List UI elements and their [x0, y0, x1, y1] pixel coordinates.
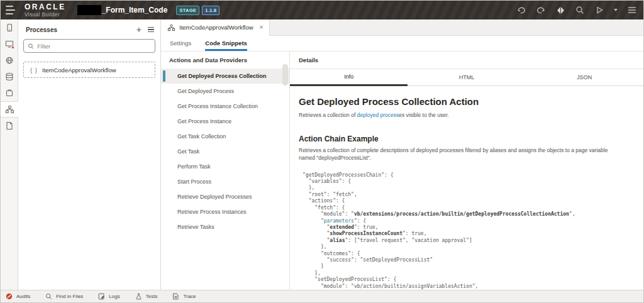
mobile-apps-icon[interactable]	[1, 19, 18, 36]
document-tabstrip: ItemCodeApprovalWorkflow ×	[161, 19, 643, 36]
action-intro: Retrieves a collection of deployed proce…	[299, 112, 635, 119]
code-line: "showProcessInstanceCount": true,	[303, 231, 635, 237]
top-header-bar: ORACLE Visual Builder _Form_Item_Code ST…	[1, 1, 643, 19]
find-in-files-label: Find in Files	[56, 294, 83, 299]
code-line: "extended": true,	[303, 224, 635, 231]
tab-json[interactable]: JSON	[526, 69, 643, 86]
action-item[interactable]: Get Process Instance Collection	[161, 99, 289, 114]
audits-label: Audits	[16, 294, 30, 299]
tab-settings[interactable]: Settings	[170, 36, 191, 51]
web-apps-icon[interactable]	[1, 36, 18, 52]
code-line: }	[303, 263, 635, 270]
run-menu-caret-icon[interactable]	[614, 9, 618, 11]
overflow-menu-icon[interactable]	[627, 5, 637, 15]
find-in-files-button[interactable]: Find in Files	[45, 293, 83, 300]
app-title: _Form_Item_Code	[102, 6, 168, 14]
action-item[interactable]: Perform Task	[161, 159, 289, 174]
logs-icon	[98, 293, 105, 300]
action-item[interactable]: Get Task Collection	[161, 129, 289, 144]
example-heading: Action Chain Example	[299, 135, 635, 143]
details-tabs: Info HTML JSON	[290, 69, 643, 86]
deployed-process-link[interactable]: deployed process	[357, 112, 399, 118]
details-title: Details	[290, 52, 643, 69]
tab-label: ItemCodeApprovalWorkflow	[179, 24, 253, 31]
action-item[interactable]: Retrieve Deployed Processes	[161, 189, 289, 204]
version-badge: 1.1.8	[202, 6, 219, 15]
actions-panel-title: Actions and Data Providers	[161, 57, 289, 69]
stage-badge: STAGE	[176, 6, 199, 15]
search-icon	[45, 293, 52, 300]
actions-panel: Actions and Data Providers Get Deployed …	[161, 52, 290, 290]
logs-button[interactable]: Logs	[98, 293, 119, 300]
intro-text-after: es visible to the user.	[399, 112, 448, 118]
add-process-button[interactable]: +	[136, 25, 142, 34]
code-line: "setDeployedProcessList": {	[303, 277, 635, 283]
processes-panel: Processes + { } ItemCodeApprovalWorkflow	[18, 19, 161, 290]
services-icon[interactable]	[1, 52, 18, 69]
header-actions	[516, 5, 637, 15]
code-line: "actions": {	[303, 198, 635, 204]
components-icon[interactable]	[1, 85, 18, 101]
trace-icon	[172, 293, 179, 300]
audits-button[interactable]: Audits	[6, 293, 30, 300]
web-apps-alert-dot	[11, 46, 14, 49]
undo-icon[interactable]	[516, 5, 526, 15]
hamburger-menu-icon[interactable]	[6, 6, 17, 14]
redacted-app-name	[77, 5, 101, 15]
source-view-icon[interactable]	[1, 118, 18, 134]
left-icon-rail	[1, 19, 18, 290]
actions-scrollbar[interactable]	[282, 64, 288, 85]
brand-name: ORACLE	[25, 3, 66, 11]
oracle-logo: ORACLE Visual Builder	[25, 3, 66, 18]
tab-info[interactable]: Info	[290, 69, 408, 86]
tab-code-snippets[interactable]: Code Snippets	[205, 36, 247, 51]
details-content[interactable]: Get Deployed Process Collection Action R…	[290, 86, 643, 290]
code-line: "module": "vb/extensions/process/action/…	[303, 211, 635, 218]
filter-search-icon	[28, 43, 34, 50]
filter-field[interactable]	[23, 39, 155, 53]
trace-button[interactable]: Trace	[172, 293, 196, 300]
action-item[interactable]: Start Process	[161, 174, 289, 189]
action-item[interactable]: Get Process Instance	[161, 114, 289, 129]
action-item[interactable]: Get Deployed Process Collection	[161, 69, 289, 84]
action-item[interactable]: Get Deployed Process	[161, 84, 289, 99]
intro-text: Retrieves a collection of	[299, 112, 357, 118]
action-item[interactable]: Retrieve Process Instances	[161, 204, 289, 219]
braces-icon: { }	[30, 67, 38, 74]
tab-html[interactable]: HTML	[408, 69, 525, 86]
code-line: "outcomes": {	[303, 251, 635, 257]
action-item[interactable]: Retrieve Tasks	[161, 219, 289, 234]
action-item[interactable]: Get Task	[161, 144, 289, 159]
code-line: "alias": ["travel request", "vacation ap…	[303, 238, 635, 244]
tab-itemcodeapprovalworkflow[interactable]: ItemCodeApprovalWorkflow ×	[161, 19, 270, 36]
code-line: "variables": {	[303, 179, 635, 185]
panel-menu-button[interactable]	[148, 27, 154, 33]
tests-label: Tests	[146, 294, 158, 299]
tests-flask-icon	[135, 293, 142, 300]
editor-subtabs: Settings Code Snippets	[161, 36, 643, 52]
process-list-item[interactable]: { } ItemCodeApprovalWorkflow	[23, 62, 155, 78]
run-play-icon[interactable]	[594, 5, 604, 15]
details-panel: Details Info HTML JSON Get Deployed Proc…	[290, 52, 643, 290]
processes-icon[interactable]	[1, 101, 18, 118]
code-line: "parameters": {	[303, 218, 635, 224]
code-line: "getDeployedProcessesChain": {	[303, 172, 635, 179]
tests-button[interactable]: Tests	[135, 293, 158, 300]
publish-diamond-icon[interactable]	[555, 5, 565, 15]
code-line: "fetch": {	[303, 205, 635, 211]
visual-builder-window: ORACLE Visual Builder _Form_Item_Code ST…	[0, 0, 644, 303]
tab-close-icon[interactable]: ×	[260, 24, 264, 31]
logs-label: Logs	[109, 294, 119, 299]
code-line: },	[303, 244, 635, 250]
trace-label: Trace	[183, 294, 196, 299]
process-item-label: ItemCodeApprovalWorkflow	[42, 67, 116, 74]
code-line: "root": "fetch",	[303, 192, 635, 198]
status-bar: Audits Find in Files Logs Tests Trace	[1, 290, 643, 302]
business-objects-icon[interactable]	[1, 69, 18, 85]
code-line: },	[303, 270, 635, 277]
filter-input[interactable]	[37, 43, 151, 50]
action-heading: Get Deployed Process Collection Action	[299, 96, 635, 107]
workflow-tab-icon	[167, 24, 175, 31]
redo-icon[interactable]	[536, 5, 546, 15]
search-icon[interactable]	[575, 5, 585, 15]
